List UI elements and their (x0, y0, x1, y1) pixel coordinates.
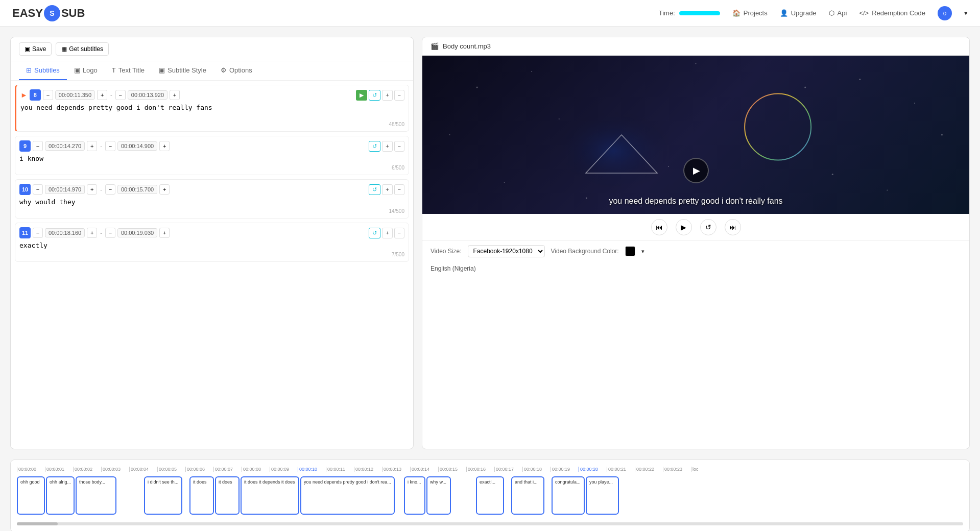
subtitle-end-10[interactable]: 00:00:15.700 (117, 185, 157, 194)
subtitle-end-11[interactable]: 00:00:19.030 (117, 228, 157, 237)
ruler-mark-0: 00:00:00 (17, 467, 45, 472)
subtitle-text-11[interactable]: exactly (19, 242, 404, 249)
add-btn-11[interactable]: + (382, 228, 392, 238)
subtitle-end-9[interactable]: 00:00:14.900 (117, 141, 157, 151)
subtitle-plus-end-10[interactable]: + (159, 184, 170, 195)
tab-text-title[interactable]: T Text Title (105, 61, 152, 80)
track-ohh-good[interactable]: ohh good (17, 476, 45, 515)
skip-back-button[interactable]: ⏮ (651, 219, 667, 235)
video-settings: Video Size: Facebook-1920x1080 YouTube-1… (422, 240, 969, 261)
track-you-need[interactable]: you need depends pretty good i don't rea… (300, 476, 395, 515)
delete-btn-11[interactable]: − (394, 228, 404, 238)
subtitle-minus-end-8[interactable]: − (115, 90, 126, 100)
left-panel: ▣ Save ▦ Get subtitles ⊞ Subtitles ▣ Log… (10, 37, 414, 449)
user-avatar[interactable]: o (938, 6, 952, 20)
subtitle-minus-end-9[interactable]: − (105, 141, 115, 151)
tab-logo[interactable]: ▣ Logo (67, 61, 105, 80)
subtitle-plus-start-10[interactable]: + (87, 184, 97, 195)
tab-options[interactable]: ⚙ Options (213, 61, 259, 80)
track-it-does-2[interactable]: it does (215, 476, 240, 515)
refresh-btn-10[interactable]: ↺ (369, 184, 380, 195)
track-it-does-1[interactable]: it does (189, 476, 214, 515)
ruler-mark-3: 00:00:03 (101, 467, 129, 472)
add-btn-9[interactable]: + (382, 141, 392, 152)
subtitle-controls-10: 10 − 00:00:14.970 + - − 00:00:15.700 + ↺… (19, 184, 404, 195)
subtitle-plus-start-9[interactable]: + (87, 141, 97, 151)
add-btn-10[interactable]: + (382, 184, 392, 195)
subtitle-minus-start-8[interactable]: − (43, 90, 53, 100)
subtitle-text-8[interactable]: you need depends pretty good i don't rea… (20, 104, 404, 119)
video-size-select[interactable]: Facebook-1920x1080 YouTube-1920x1080 Ins… (468, 245, 545, 257)
delete-btn-8[interactable]: − (394, 90, 404, 101)
subtitle-plus-start-8[interactable]: + (97, 90, 107, 100)
refresh-btn-8[interactable]: ↺ (369, 90, 380, 101)
nav-upgrade[interactable]: 👤 Upgrade (780, 9, 817, 17)
char-count-11: 7/500 (19, 252, 404, 257)
logo[interactable]: EASY S SUB (12, 5, 85, 21)
subtitle-start-10[interactable]: 00:00:14.970 (45, 185, 85, 194)
track-and-that[interactable]: and that i... (511, 476, 544, 515)
ruler-mark-20: 00:00:20 (579, 467, 607, 472)
nav-projects-label: Projects (744, 9, 768, 17)
refresh-btn-11[interactable]: ↺ (369, 228, 380, 238)
timeline-scrollbar-thumb[interactable] (17, 522, 58, 525)
skip-forward-button[interactable]: ⏭ (725, 219, 741, 235)
timeline-scrollbar[interactable] (17, 522, 963, 525)
subtitle-start-8[interactable]: 00:00:11.350 (55, 90, 95, 100)
subtitles-tab-icon: ⊞ (26, 66, 32, 74)
track-those-body[interactable]: those body... (76, 476, 116, 515)
track-exactly[interactable]: exactl... (476, 476, 504, 515)
tab-subtitles[interactable]: ⊞ Subtitles (19, 61, 67, 80)
refresh-button[interactable]: ↺ (700, 219, 716, 235)
track-ohh-alright[interactable]: ohh alrig... (46, 476, 75, 515)
char-count-9: 6/500 (19, 165, 404, 171)
delete-btn-10[interactable]: − (394, 184, 404, 195)
track-why-w[interactable]: why w... (426, 476, 451, 515)
add-btn-8[interactable]: + (382, 90, 392, 101)
separator-9: - (99, 143, 103, 149)
svg-point-4 (531, 71, 532, 72)
subtitle-text-10[interactable]: why would they (19, 198, 404, 206)
svg-point-13 (941, 134, 943, 136)
get-subtitles-button[interactable]: ▦ Get subtitles (56, 42, 109, 56)
nav-projects[interactable]: 🏠 Projects (732, 9, 768, 17)
github-icon: ⬡ (829, 9, 834, 17)
dropdown-icon[interactable]: ▾ (964, 9, 968, 17)
track-it-does-depends[interactable]: it does it depends it does (241, 476, 299, 515)
subtitle-minus-end-10[interactable]: − (105, 184, 115, 195)
subtitle-minus-start-10[interactable]: − (33, 184, 43, 195)
get-subtitles-label: Get subtitles (69, 45, 103, 53)
action-btns-9: ↺ + − (369, 141, 404, 152)
subtitle-plus-end-8[interactable]: + (170, 90, 180, 100)
svg-point-0 (553, 110, 675, 191)
delete-btn-9[interactable]: − (394, 141, 404, 152)
refresh-btn-9[interactable]: ↺ (369, 141, 380, 152)
separator-10: - (99, 186, 103, 192)
subtitle-plus-end-11[interactable]: + (159, 228, 170, 238)
track-i-know[interactable]: i kno... (404, 476, 425, 515)
play-btn-8[interactable]: ▶ (356, 90, 367, 101)
subtitle-plus-end-9[interactable]: + (159, 141, 170, 151)
subtitle-start-9[interactable]: 00:00:14.270 (45, 141, 85, 151)
save-button[interactable]: ▣ Save (19, 42, 52, 56)
subtitle-plus-start-11[interactable]: + (87, 228, 97, 238)
subtitle-end-8[interactable]: 00:00:13.920 (128, 90, 168, 100)
dots (449, 63, 943, 207)
bg-color-swatch[interactable] (625, 246, 635, 256)
subtitle-minus-start-9[interactable]: − (33, 141, 43, 151)
color-dropdown-icon[interactable]: ▾ (641, 248, 644, 255)
subtitle-text-9[interactable]: i know (19, 155, 404, 162)
header-nav: Time: 🏠 Projects 👤 Upgrade ⬡ Api </> Red… (659, 6, 968, 20)
video-play-button[interactable] (683, 158, 709, 183)
track-you-played[interactable]: you playe... (586, 476, 619, 515)
nav-api[interactable]: ⬡ Api (829, 9, 847, 17)
play-pause-button[interactable]: ▶ (676, 219, 692, 235)
subtitle-list: ► 8 − 00:00:11.350 + - − 00:00:13.920 + … (11, 81, 413, 449)
subtitle-minus-end-11[interactable]: − (105, 228, 115, 238)
track-congratulations[interactable]: congratula... (552, 476, 585, 515)
tab-subtitle-style[interactable]: ▣ Subtitle Style (152, 61, 213, 80)
subtitle-start-11[interactable]: 00:00:18.160 (45, 228, 85, 237)
track-idnt-see[interactable]: i didn't see th... (144, 476, 182, 515)
nav-redemption[interactable]: </> Redemption Code (859, 9, 925, 17)
subtitle-minus-start-11[interactable]: − (33, 228, 43, 238)
